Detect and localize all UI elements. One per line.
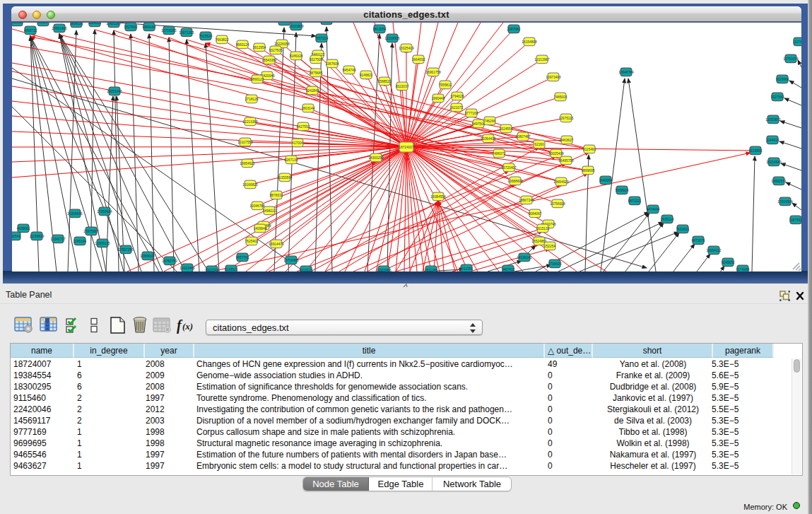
svg-text:9146821: 9146821 bbox=[360, 74, 373, 77]
svg-text:19654923: 19654923 bbox=[553, 180, 569, 184]
svg-text:18807249: 18807249 bbox=[519, 199, 534, 202]
svg-text:2087682: 2087682 bbox=[507, 28, 521, 31]
svg-text:7955812: 7955812 bbox=[439, 83, 452, 87]
svg-text:16154808: 16154808 bbox=[522, 40, 537, 44]
svg-text:13325419: 13325419 bbox=[399, 47, 414, 50]
svg-text:12218506: 12218506 bbox=[384, 37, 400, 40]
svg-text:11353594: 11353594 bbox=[278, 176, 293, 180]
svg-text:1733426: 1733426 bbox=[548, 262, 562, 266]
svg-text:16782759: 16782759 bbox=[162, 259, 177, 263]
svg-text:10923466: 10923466 bbox=[376, 269, 392, 271]
svg-text:8186328: 8186328 bbox=[290, 54, 303, 58]
svg-text:9474444: 9474444 bbox=[647, 208, 660, 211]
svg-text:14136141: 14136141 bbox=[517, 256, 532, 259]
svg-text:10958107: 10958107 bbox=[140, 255, 155, 258]
svg-text:746266: 746266 bbox=[484, 119, 495, 123]
svg-text:12975115: 12975115 bbox=[559, 117, 574, 120]
svg-text:2803144: 2803144 bbox=[302, 107, 315, 110]
svg-text:7857224: 7857224 bbox=[315, 37, 329, 40]
svg-text:8012351: 8012351 bbox=[460, 267, 473, 271]
svg-text:8427552: 8427552 bbox=[297, 125, 310, 129]
svg-text:15751074: 15751074 bbox=[783, 57, 799, 61]
svg-text:23226058: 23226058 bbox=[274, 42, 290, 46]
svg-text:391541: 391541 bbox=[12, 235, 20, 238]
svg-text:12023466: 12023466 bbox=[180, 267, 195, 270]
svg-text:16648784: 16648784 bbox=[618, 71, 634, 74]
svg-text:9899695: 9899695 bbox=[582, 169, 595, 173]
svg-text:23975887: 23975887 bbox=[83, 230, 99, 233]
svg-text:8660124: 8660124 bbox=[236, 43, 249, 47]
svg-text:10807487: 10807487 bbox=[515, 135, 531, 139]
svg-text:10719155: 10719155 bbox=[161, 29, 177, 33]
svg-text:1615132: 1615132 bbox=[536, 227, 550, 230]
svg-text:16495758: 16495758 bbox=[558, 159, 574, 163]
svg-text:417004: 417004 bbox=[292, 141, 303, 145]
svg-text:9242848: 9242848 bbox=[306, 89, 319, 93]
svg-text:8471676: 8471676 bbox=[692, 239, 705, 243]
svg-text:9777169: 9777169 bbox=[465, 112, 478, 115]
svg-text:10107553: 10107553 bbox=[237, 141, 253, 144]
svg-text:1588520: 1588520 bbox=[378, 80, 392, 83]
svg-text:7625402: 7625402 bbox=[245, 240, 259, 243]
svg-text:3024554: 3024554 bbox=[500, 127, 513, 131]
svg-text:19654923: 19654923 bbox=[240, 162, 255, 165]
svg-text:8921343: 8921343 bbox=[206, 269, 219, 271]
svg-text:15716485: 15716485 bbox=[283, 259, 299, 262]
svg-text:9115460: 9115460 bbox=[583, 148, 596, 151]
svg-text:6794028: 6794028 bbox=[451, 95, 464, 98]
svg-text:12342737: 12342737 bbox=[50, 238, 66, 241]
svg-text:8813054: 8813054 bbox=[373, 28, 387, 31]
svg-text:12213369: 12213369 bbox=[242, 120, 258, 124]
svg-text:9457791: 9457791 bbox=[236, 256, 249, 259]
svg-text:1664092: 1664092 bbox=[412, 58, 425, 62]
svg-text:9890123: 9890123 bbox=[251, 78, 264, 81]
svg-text:18724007: 18724007 bbox=[399, 146, 414, 149]
svg-text:17359924: 17359924 bbox=[97, 210, 112, 214]
svg-text:3267130: 3267130 bbox=[285, 158, 298, 162]
svg-text:29053346: 29053346 bbox=[107, 90, 122, 93]
svg-text:20364436: 20364436 bbox=[481, 137, 496, 141]
svg-text:12505135: 12505135 bbox=[95, 242, 110, 245]
svg-text:16961758: 16961758 bbox=[425, 71, 441, 74]
svg-text:1990448: 1990448 bbox=[432, 97, 445, 100]
svg-text:8322037: 8322037 bbox=[396, 85, 409, 88]
svg-text:1145194: 1145194 bbox=[73, 240, 87, 243]
svg-text:6497508: 6497508 bbox=[472, 122, 486, 126]
svg-text:2935114: 2935114 bbox=[661, 218, 674, 221]
svg-text:995137: 995137 bbox=[37, 23, 49, 24]
svg-text:10025438: 10025438 bbox=[548, 152, 564, 156]
svg-text:19166825: 19166825 bbox=[242, 183, 258, 187]
svg-text:9327505: 9327505 bbox=[269, 49, 283, 52]
svg-text:10973493: 10973493 bbox=[546, 76, 561, 79]
svg-text:1117404: 1117404 bbox=[793, 40, 801, 44]
svg-text:5498222: 5498222 bbox=[263, 209, 276, 213]
svg-text:1527602: 1527602 bbox=[124, 25, 138, 29]
svg-text:1640954: 1640954 bbox=[599, 179, 613, 182]
svg-text:19384554: 19384554 bbox=[430, 195, 446, 199]
svg-text:7811245: 7811245 bbox=[425, 269, 438, 271]
svg-text:6966160: 6966160 bbox=[143, 25, 156, 29]
svg-text:9135521: 9135521 bbox=[225, 268, 238, 271]
svg-text:12213967: 12213967 bbox=[534, 58, 550, 62]
svg-text:4435061: 4435061 bbox=[17, 227, 30, 230]
svg-text:20691406: 20691406 bbox=[52, 27, 67, 30]
svg-text:7515524: 7515524 bbox=[199, 35, 213, 38]
svg-text:7486372: 7486372 bbox=[493, 152, 506, 156]
svg-text:7663822: 7663822 bbox=[216, 38, 229, 42]
svg-text:62160: 62160 bbox=[534, 143, 544, 146]
svg-text:18300295: 18300295 bbox=[368, 156, 384, 160]
svg-text:252254: 252254 bbox=[544, 245, 555, 248]
svg-text:8878332: 8878332 bbox=[270, 194, 283, 197]
svg-text:3912954: 3912954 bbox=[253, 46, 266, 49]
svg-text:9327508: 9327508 bbox=[310, 58, 323, 62]
svg-text:1621072: 1621072 bbox=[450, 106, 464, 110]
svg-text:17016504: 17016504 bbox=[777, 200, 793, 204]
svg-text:9329966: 9329966 bbox=[776, 78, 789, 81]
svg-text:9174288: 9174288 bbox=[736, 268, 750, 271]
svg-text:9084067: 9084067 bbox=[529, 212, 542, 216]
svg-text:1943312: 1943312 bbox=[278, 23, 291, 23]
svg-text:9467432: 9467432 bbox=[502, 268, 515, 271]
svg-text:1284131: 1284131 bbox=[88, 23, 102, 25]
svg-text:16914479: 16914479 bbox=[269, 243, 284, 246]
svg-text:16671355: 16671355 bbox=[179, 31, 194, 35]
